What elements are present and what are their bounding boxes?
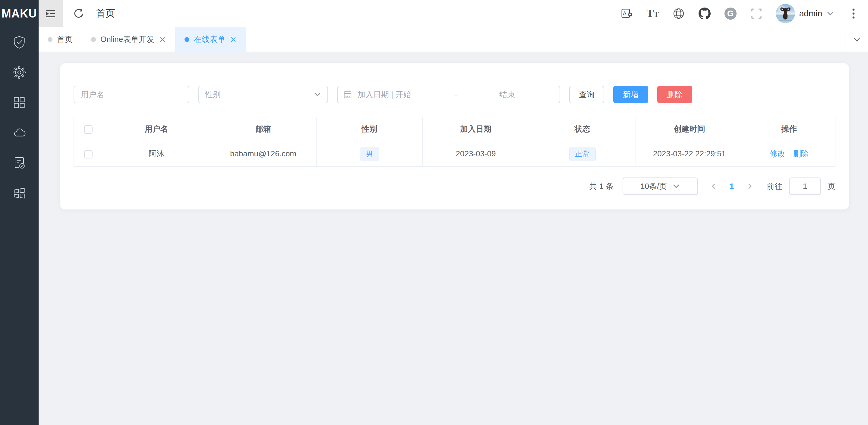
page-unit-label: 页 xyxy=(828,181,835,192)
gender-select-placeholder: 性别 xyxy=(205,89,314,100)
username-input[interactable] xyxy=(73,86,189,103)
next-page-button[interactable] xyxy=(743,179,756,193)
column-header-gender: 性别 xyxy=(316,117,423,141)
github-icon xyxy=(699,7,711,20)
chevron-down-icon xyxy=(314,90,321,98)
sidebar-collapse-button[interactable] xyxy=(39,0,63,27)
sidebar-item-settings[interactable] xyxy=(0,57,39,88)
column-header-created: 创建时间 xyxy=(636,117,743,141)
date-start-placeholder: 加入日期 | 开始 xyxy=(358,89,452,100)
fullscreen-icon xyxy=(750,7,763,20)
fullscreen-button[interactable] xyxy=(750,7,763,20)
translate-button[interactable]: A xyxy=(620,7,633,20)
gitee-button[interactable]: G xyxy=(724,7,737,20)
join-date-range-picker[interactable]: 加入日期 | 开始 - 结束 xyxy=(337,86,560,103)
more-menu-button[interactable] xyxy=(847,7,860,20)
chevron-down-icon xyxy=(852,35,861,44)
refresh-icon xyxy=(73,7,85,20)
collapse-icon xyxy=(45,8,56,19)
font-size-icon: T xyxy=(646,7,654,20)
edit-link[interactable]: 修改 xyxy=(770,148,785,159)
github-button[interactable] xyxy=(698,7,711,20)
tab-label: 在线表单 xyxy=(194,34,225,45)
column-header-status: 状态 xyxy=(529,117,636,141)
tab-label: 首页 xyxy=(57,34,73,45)
windows-grid-icon xyxy=(12,186,26,200)
grid-icon xyxy=(12,96,26,110)
row-checkbox[interactable] xyxy=(84,150,93,159)
sidebar-item-forms[interactable] xyxy=(0,148,39,178)
cell-username: 阿沐 xyxy=(103,141,210,167)
query-form: 性别 加入日期 | xyxy=(73,86,835,103)
prev-page-button[interactable] xyxy=(707,179,720,193)
table-row: 阿沐 babamu@126.com 男 2023-03-09 正常 2023-0… xyxy=(74,141,835,167)
tab-online-form-dev[interactable]: Online表单开发 xyxy=(82,27,176,52)
cell-email: babamu@126.com xyxy=(210,141,316,167)
chevron-right-icon xyxy=(746,182,753,190)
chevron-down-icon xyxy=(827,10,834,18)
gender-select[interactable]: 性别 xyxy=(198,86,328,103)
column-header-username: 用户名 xyxy=(103,117,210,141)
sidebar-item-security[interactable] xyxy=(0,27,39,57)
app-logo: MAKU xyxy=(0,0,39,27)
refresh-button[interactable] xyxy=(72,7,86,21)
globe-icon xyxy=(673,7,685,20)
page-content: 性别 加入日期 | xyxy=(39,52,868,425)
chevron-down-icon xyxy=(672,182,680,190)
gear-icon xyxy=(12,65,26,79)
translate-icon: A xyxy=(621,7,633,20)
page-number-1[interactable]: 1 xyxy=(725,182,738,191)
close-icon[interactable] xyxy=(230,36,237,43)
sidebar-item-cloud[interactable] xyxy=(0,118,39,148)
date-end-placeholder: 结束 xyxy=(460,89,554,100)
sidebar-item-modules[interactable] xyxy=(0,178,39,208)
search-button[interactable]: 查询 xyxy=(569,86,604,103)
cloud-icon xyxy=(12,126,26,140)
pagination: 共 1 条 10条/页 1 前往 xyxy=(73,177,835,195)
form-check-icon xyxy=(12,156,26,170)
tab-online-form[interactable]: 在线表单 xyxy=(176,27,246,52)
user-menu[interactable]: admin xyxy=(776,4,834,23)
app-layout: MAKU xyxy=(0,0,868,425)
cell-created: 2023-03-22 22:29:51 xyxy=(636,141,743,167)
goto-page-input[interactable] xyxy=(789,177,821,195)
tab-dot xyxy=(48,37,53,42)
font-size-button[interactable]: TT xyxy=(646,7,659,20)
data-card: 性别 加入日期 | xyxy=(60,63,849,209)
avatar xyxy=(776,4,795,23)
sidebar-item-apps[interactable] xyxy=(0,88,39,118)
shield-check-icon xyxy=(12,35,26,49)
cell-join-date: 2023-03-09 xyxy=(423,141,529,167)
data-table: 用户名 邮箱 性别 加入日期 状态 创建时间 操作 阿沐 xyxy=(73,117,835,167)
kebab-menu-icon xyxy=(851,7,856,20)
gender-tag: 男 xyxy=(360,147,379,161)
tabs-dropdown-button[interactable] xyxy=(845,27,868,52)
page-size-value: 10条/页 xyxy=(640,181,667,192)
language-button[interactable] xyxy=(672,7,685,20)
tab-dot xyxy=(91,37,96,42)
status-badge: 正常 xyxy=(569,147,596,161)
column-header-join-date: 加入日期 xyxy=(423,117,529,141)
add-button[interactable]: 新增 xyxy=(613,86,648,103)
select-all-checkbox[interactable] xyxy=(84,125,93,134)
header-actions: A TT xyxy=(620,4,868,23)
close-icon[interactable] xyxy=(159,36,166,43)
goto-label: 前往 xyxy=(767,181,782,192)
tab-home[interactable]: 首页 xyxy=(39,27,82,52)
date-range-separator: - xyxy=(452,90,460,99)
tab-dot xyxy=(185,37,189,42)
username-label: admin xyxy=(799,9,822,19)
delete-link[interactable]: 删除 xyxy=(793,148,809,159)
tab-label: Online表单开发 xyxy=(100,34,154,45)
sidebar: MAKU xyxy=(0,0,39,425)
gitee-icon: G xyxy=(724,7,737,20)
tab-bar: 首页 Online表单开发 在线表单 xyxy=(39,27,868,52)
main-column: 首页 A TT xyxy=(39,0,868,425)
page-size-select[interactable]: 10条/页 xyxy=(623,177,698,195)
breadcrumb[interactable]: 首页 xyxy=(96,7,115,20)
column-header-email: 邮箱 xyxy=(210,117,316,141)
pagination-total: 共 1 条 xyxy=(589,181,614,192)
header: 首页 A TT xyxy=(39,0,868,27)
calendar-icon xyxy=(343,90,352,99)
delete-button[interactable]: 删除 xyxy=(657,86,692,103)
